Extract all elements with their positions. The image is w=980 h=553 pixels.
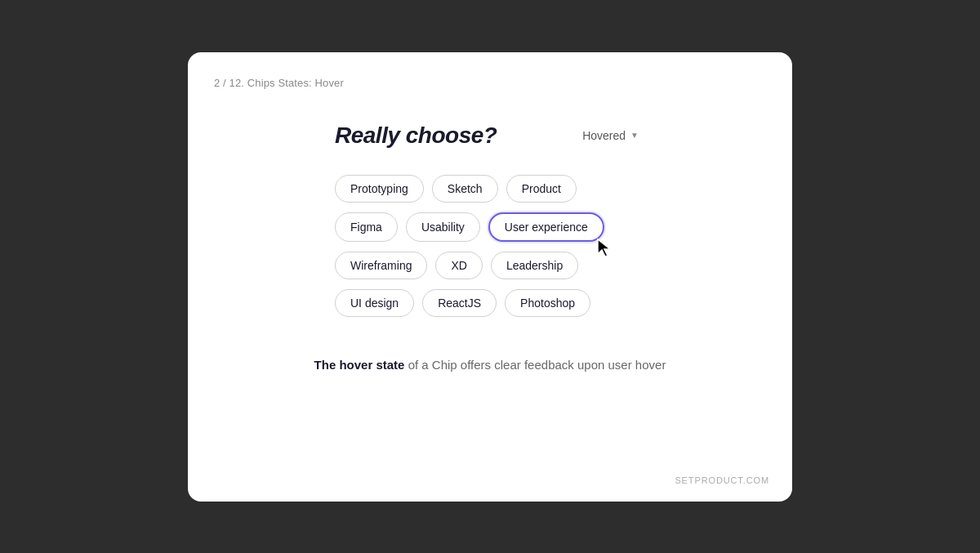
chip-wireframing[interactable]: Wireframing (335, 252, 427, 279)
chevron-down-icon: ▼ (630, 131, 639, 140)
state-dropdown[interactable]: Hovered ▼ (576, 126, 645, 145)
chip-ui-design[interactable]: UI design (335, 289, 414, 317)
page-title: Really choose? (335, 123, 497, 149)
footer-bold: The hover state (314, 358, 405, 372)
chips-row-1: Prototyping Sketch Product (335, 175, 577, 203)
chip-user-experience-wrapper: User experience (488, 212, 604, 242)
chips-container: Prototyping Sketch Product Figma Usabili… (335, 175, 645, 317)
dropdown-label: Hovered (582, 129, 626, 142)
main-card: 2 / 12. Chips States: Hover Really choos… (188, 52, 792, 502)
chip-product[interactable]: Product (506, 175, 577, 203)
chips-row-4: UI design ReactJS Photoshop (335, 289, 590, 317)
slide-counter: 2 / 12. Chips States: Hover (214, 77, 344, 89)
chip-photoshop[interactable]: Photoshop (505, 289, 590, 317)
chips-row-2: Figma Usability User experience (335, 212, 604, 242)
footer-normal: of a Chip offers clear feedback upon use… (404, 358, 666, 372)
chip-figma[interactable]: Figma (335, 212, 398, 242)
cursor-icon (596, 238, 614, 261)
brand-link: SETPRODUCT.COM (675, 475, 769, 485)
chip-xd[interactable]: XD (435, 252, 482, 279)
chip-user-experience[interactable]: User experience (488, 212, 604, 242)
footer-description: The hover state of a Chip offers clear f… (314, 356, 666, 375)
chip-reactjs[interactable]: ReactJS (422, 289, 497, 317)
chip-sketch[interactable]: Sketch (432, 175, 498, 203)
card-content: Really choose? Hovered ▼ Prototyping Ske… (214, 90, 766, 408)
chip-prototyping[interactable]: Prototyping (335, 175, 424, 203)
chips-row-3: Wireframing XD Leadership (335, 252, 578, 279)
header-row: Really choose? Hovered ▼ (335, 123, 645, 149)
chip-leadership[interactable]: Leadership (491, 252, 578, 279)
chip-usability[interactable]: Usability (406, 212, 480, 242)
